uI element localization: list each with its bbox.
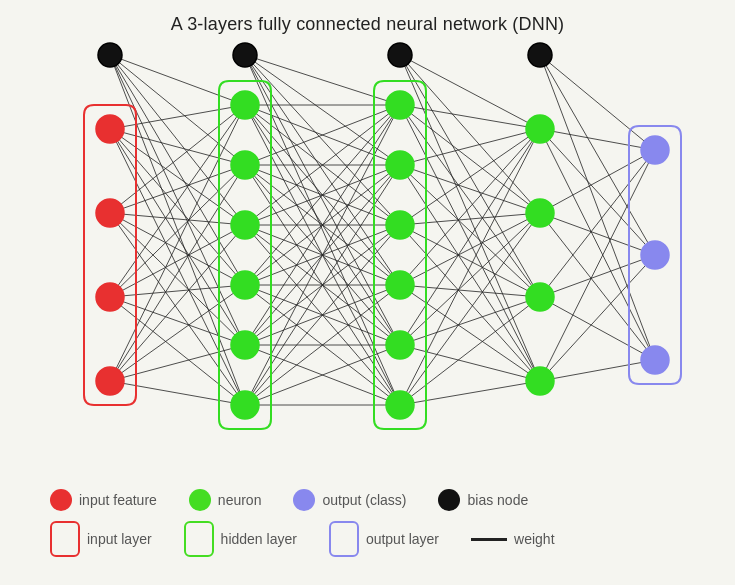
legend: input feature neuron output (class) bias… (50, 489, 690, 567)
legend-output-class: output (class) (293, 489, 406, 511)
legend-output-label: output (class) (322, 492, 406, 508)
red-box-icon (50, 521, 80, 557)
legend-output-layer: output layer (329, 521, 439, 557)
legend-row-2: input layer hidden layer output layer we… (50, 521, 690, 557)
red-circle-icon (50, 489, 72, 511)
legend-output-layer-label: output layer (366, 531, 439, 547)
legend-row-1: input feature neuron output (class) bias… (50, 489, 690, 511)
legend-hidden-layer-label: hidden layer (221, 531, 297, 547)
legend-neuron-label: neuron (218, 492, 262, 508)
legend-input-feature-label: input feature (79, 492, 157, 508)
green-box-icon (184, 521, 214, 557)
blue-box-icon (329, 521, 359, 557)
black-circle-icon (438, 489, 460, 511)
legend-weight-label: weight (514, 531, 554, 547)
legend-hidden-layer: hidden layer (184, 521, 297, 557)
legend-weight: weight (471, 531, 554, 547)
network-diagram (0, 0, 735, 460)
green-circle-icon (189, 489, 211, 511)
legend-input-layer: input layer (50, 521, 152, 557)
legend-input-layer-label: input layer (87, 531, 152, 547)
legend-bias-label: bias node (467, 492, 528, 508)
blue-circle-icon (293, 489, 315, 511)
legend-input-feature: input feature (50, 489, 157, 511)
weight-line-icon (471, 538, 507, 541)
legend-neuron: neuron (189, 489, 262, 511)
legend-bias-node: bias node (438, 489, 528, 511)
